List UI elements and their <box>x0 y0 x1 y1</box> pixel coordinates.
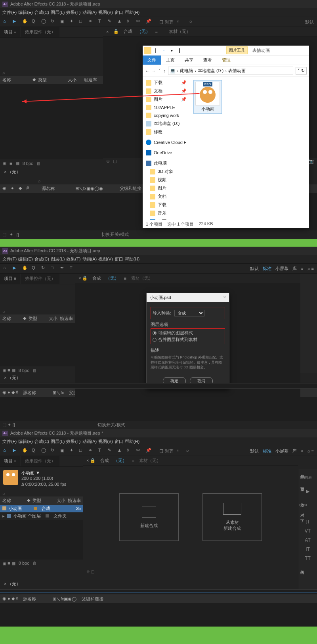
pen-tool-icon[interactable]: ✒ <box>60 265 67 272</box>
col-name[interactable]: 名称 <box>2 316 21 322</box>
project-item-comp[interactable]: 小动画 合成 25 <box>0 505 83 512</box>
menu-layer[interactable]: 图层(L) <box>51 439 65 445</box>
tl-source[interactable]: 源名称 <box>23 390 36 396</box>
project-body[interactable] <box>0 84 103 159</box>
project-item-folder[interactable]: ▸ 小动画 个图层 文件夹 <box>0 512 83 520</box>
hand-tool-icon[interactable]: ✋ <box>22 448 29 454</box>
ws-standard[interactable]: 标准 <box>263 266 271 272</box>
exp-tab-manage[interactable]: 管理 <box>217 56 236 65</box>
side-this-pc[interactable]: 此电脑 <box>143 159 190 167</box>
side-para-tab[interactable]: 段落 <box>298 565 306 569</box>
exp-hist-icon[interactable]: ˅ <box>158 68 161 73</box>
project-body[interactable] <box>0 520 83 560</box>
info-name[interactable]: 小动画 ▼ <box>21 470 66 475</box>
tl-ft-brace[interactable]: {} <box>16 232 19 237</box>
effects-tab[interactable]: 效果控件（无） <box>21 27 59 37</box>
camera-tool-icon[interactable]: ▣ <box>60 19 67 25</box>
col-name[interactable]: 名称 <box>2 77 30 83</box>
rect-tool-icon[interactable]: □ <box>79 448 86 454</box>
time-ruler[interactable] <box>0 383 317 389</box>
char-at-icon[interactable]: AT <box>304 537 312 544</box>
radio-editable[interactable]: 可编辑的图层样式 <box>153 330 223 336</box>
ws-default[interactable]: 默认 <box>250 266 259 272</box>
stamp-tool-icon[interactable]: ▲ <box>117 448 124 454</box>
panel-menu-icon[interactable]: ≡ <box>155 29 157 34</box>
side-info-tab[interactable]: 信息 <box>298 469 306 473</box>
anchor-tool-icon[interactable]: ✦ <box>70 19 76 25</box>
ws-lib[interactable]: 库 <box>292 448 297 454</box>
rotation-tool-icon[interactable]: ↻ <box>51 448 57 454</box>
roto-tool-icon[interactable]: ✂ <box>136 448 143 454</box>
text-tool-icon[interactable]: T <box>70 265 76 272</box>
project-body[interactable] <box>0 323 75 366</box>
exp-image-tools[interactable]: 图片工具 <box>226 46 248 54</box>
menu-edit[interactable]: 编辑(E) <box>18 439 33 445</box>
tl-mode[interactable]: 切换开关/模式 <box>101 232 129 238</box>
col-size[interactable]: 大小 <box>49 316 57 322</box>
home-icon[interactable]: ⌂ <box>3 19 10 25</box>
snap-icon[interactable]: ⟐ <box>177 19 183 25</box>
new-comp-button[interactable]: 新建合成 <box>119 493 179 541</box>
side-desktop[interactable]: 桌面 <box>143 217 190 220</box>
tl-tab[interactable]: × （无） <box>0 373 25 383</box>
tl-parent[interactable]: 父级和链接 <box>120 186 141 192</box>
eraser-tool-icon[interactable]: ◊ <box>127 19 133 25</box>
col-rate[interactable]: 帧速率 <box>68 498 81 504</box>
exp-fwd-icon[interactable]: → <box>152 69 156 73</box>
orbit-tool-icon[interactable]: ◯ <box>41 19 48 25</box>
effects-tab[interactable]: 效果控件（无） <box>21 274 59 284</box>
tl-source[interactable]: 源名称 <box>42 186 55 192</box>
menu-effect[interactable]: 效果(T) <box>66 439 80 445</box>
menu-file[interactable]: 文件(F) <box>2 10 17 15</box>
side-music[interactable]: 音乐 <box>143 209 190 217</box>
time-ruler[interactable] <box>0 589 317 595</box>
menu-window[interactable]: 窗口 <box>115 10 123 15</box>
exp-up-icon[interactable]: ↑ <box>163 69 166 73</box>
exp-tab-share[interactable]: 共享 <box>180 56 199 65</box>
col-type[interactable]: 类型 <box>38 77 66 83</box>
align-label[interactable]: 口 对齐 <box>159 448 174 454</box>
menu-window[interactable]: 窗口 <box>115 256 123 262</box>
rect-tool-icon[interactable]: □ <box>79 19 86 25</box>
exp-back-icon[interactable]: ← <box>145 69 149 73</box>
anchor-tool-icon[interactable]: ✦ <box>70 448 76 454</box>
rotation-tool-icon[interactable]: ↻ <box>41 265 48 272</box>
timeline-body[interactable] <box>0 603 317 627</box>
footer-icon3[interactable]: ▦ <box>15 161 19 166</box>
ws-more-icon[interactable]: » <box>301 266 303 271</box>
menu-file[interactable]: 文件(F) <box>2 439 17 445</box>
tl-badge-icon[interactable]: ◆ <box>19 186 22 192</box>
exp-content[interactable]: PSD 小动画 <box>190 77 309 220</box>
eye-icon[interactable]: ◉ <box>2 186 6 192</box>
menu-view[interactable]: 视图(V) <box>98 439 113 445</box>
cam-icon[interactable]: 📷 <box>308 159 314 164</box>
crumb-drive[interactable]: 本地磁盘 (D:) <box>198 68 223 74</box>
col-rate[interactable]: 帧速率 <box>84 77 101 83</box>
pen-tool-icon[interactable]: ✒ <box>89 448 95 454</box>
exp-props-icon[interactable]: ▫ <box>160 47 167 54</box>
timeline-body[interactable] <box>0 397 317 421</box>
side-preset[interactable]: Fixed <box>298 502 317 508</box>
menu-edit[interactable]: 编辑(E) <box>18 10 33 15</box>
breadcrumb[interactable]: 💻 ›此电脑 ›本地磁盘 (D:) ›表情动画 <box>168 67 293 75</box>
footage-tab[interactable]: 素材（无） <box>139 458 161 464</box>
brush-tool-icon[interactable]: ✎ <box>108 448 114 454</box>
lock-icon[interactable]: 🔒 <box>113 29 119 34</box>
bpc-label[interactable]: 8 bpc <box>23 161 33 166</box>
project-tab[interactable]: 项目 ≡ <box>0 274 20 284</box>
eraser-tool-icon[interactable]: ◊ <box>127 448 133 454</box>
menu-view[interactable]: 视图(V) <box>98 10 113 15</box>
tl-mode[interactable]: 切换开关/模式 <box>97 422 125 428</box>
footage-tab[interactable]: 素材（无） <box>169 29 191 34</box>
align-label[interactable]: 口 对齐 <box>159 19 174 25</box>
col-size[interactable]: 大小 <box>68 77 82 83</box>
menu-anim[interactable]: 动画(A) <box>82 439 97 445</box>
comp-from-footage-button[interactable]: 从素材新建合成 <box>202 493 262 541</box>
side-drive-d[interactable]: 本地磁盘 (D:) <box>143 119 190 128</box>
exp-tab-file[interactable]: 文件 <box>143 56 161 65</box>
project-tab[interactable]: 项目 ≡ <box>0 27 20 37</box>
col-name[interactable]: 名称 <box>2 498 25 504</box>
puppet-tool-icon[interactable]: 📌 <box>146 448 152 454</box>
menu-help[interactable]: 帮助(H) <box>125 256 139 262</box>
text-tool-icon[interactable]: T <box>98 448 105 454</box>
